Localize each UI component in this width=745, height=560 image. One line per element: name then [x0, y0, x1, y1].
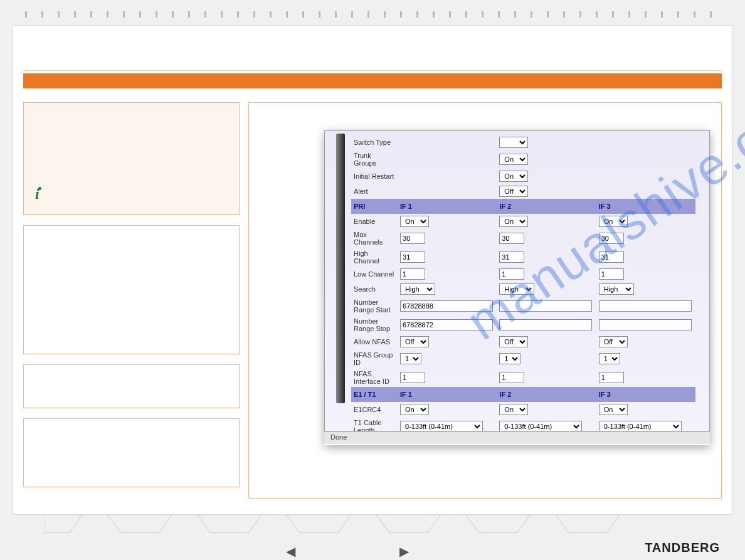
row-number-range-start: Number Range Start	[351, 297, 695, 315]
label-trunk-groups: Trunk Groups	[351, 150, 398, 169]
select-initial-restart[interactable]: On	[499, 171, 528, 182]
e1t1-label: E1 / T1	[351, 387, 398, 402]
main-panel: manualshive.com Switch Type	[248, 102, 722, 499]
note-card-4	[23, 418, 240, 487]
num-range-start-if3[interactable]	[599, 300, 692, 312]
allow-nfas-if1[interactable]: Off	[400, 336, 429, 347]
low-channel-if3[interactable]	[599, 268, 624, 280]
embedded-screenshot: manualshive.com Switch Type	[324, 130, 710, 445]
row-allow-nfas: Allow NFAS Off Off Off	[351, 334, 695, 349]
brand-logo: TANDBERG	[645, 541, 720, 555]
low-channel-if2[interactable]	[499, 268, 524, 280]
row-trunk-groups: Trunk Groups On	[351, 150, 695, 169]
page-frame: i manualshive.com	[13, 25, 732, 515]
e1t1-if3: IF 3	[596, 387, 695, 402]
row-nfas-interface-id: NFAS Interface ID	[351, 368, 695, 387]
label-alert: Alert	[351, 184, 398, 199]
num-range-stop-if2[interactable]	[499, 319, 592, 330]
pri-label: PRI	[351, 199, 398, 214]
high-channel-if3[interactable]	[599, 251, 624, 263]
section-header-e1t1: E1 / T1 IF 1 IF 2 IF 3	[351, 387, 695, 402]
note-card-2	[23, 225, 240, 354]
note-card-3	[23, 364, 240, 408]
info-icon: i	[35, 189, 45, 203]
t1-cable-if2[interactable]: 0-133ft (0-41m)	[499, 421, 582, 431]
section-header-bar	[23, 73, 722, 88]
select-alert[interactable]: Off	[499, 186, 528, 197]
note-card-1: i	[23, 102, 240, 215]
enable-if1[interactable]: On	[400, 216, 429, 227]
pri-if2: IF 2	[497, 199, 596, 214]
nfas-group-if1[interactable]: 1	[400, 353, 421, 364]
high-channel-if2[interactable]	[499, 251, 524, 263]
search-if2[interactable]: High	[499, 283, 534, 295]
row-t1-cable-length: T1 Cable Length 0-133ft (0-41m) 0-133ft …	[351, 417, 695, 431]
nfas-group-if2[interactable]: 1	[499, 353, 520, 364]
select-switch-type[interactable]	[499, 137, 528, 148]
row-search: Search High High High	[351, 282, 695, 297]
screenshot-scrollbar	[336, 134, 345, 403]
num-range-stop-if3[interactable]	[599, 319, 692, 330]
max-channels-if1[interactable]	[400, 233, 425, 244]
search-if3[interactable]: High	[599, 283, 634, 295]
search-if1[interactable]: High	[400, 283, 435, 295]
nfas-group-if3[interactable]: 1	[599, 353, 620, 364]
pri-if3: IF 3	[596, 199, 695, 214]
row-alert: Alert Off	[351, 184, 695, 199]
t1-cable-if1[interactable]: 0-133ft (0-41m)	[400, 421, 483, 431]
left-sidebar: i	[23, 102, 240, 499]
low-channel-if1[interactable]	[400, 268, 425, 280]
row-max-channels: Max Channels	[351, 229, 695, 248]
label-switch-type: Switch Type	[351, 135, 398, 150]
e1t1-if2: IF 2	[497, 387, 596, 402]
row-nfas-group-id: NFAS Group ID 1 1 1	[351, 349, 695, 368]
num-range-start-if1[interactable]	[400, 300, 493, 312]
row-number-range-stop: Number Range Stop	[351, 315, 695, 334]
section-header-pri: PRI IF 1 IF 2 IF 3	[351, 199, 695, 214]
nfas-iface-if1[interactable]	[400, 372, 425, 383]
config-table: Switch Type Trunk Groups	[351, 135, 695, 431]
t1-cable-if3[interactable]: 0-133ft (0-41m)	[599, 421, 682, 431]
enable-if2[interactable]: On	[499, 216, 528, 227]
nfas-iface-if2[interactable]	[499, 372, 524, 383]
allow-nfas-if3[interactable]: Off	[599, 336, 628, 347]
pri-if1: IF 1	[398, 199, 497, 214]
select-trunk-groups[interactable]: On	[499, 154, 528, 165]
row-initial-restart: Initial Restart On	[351, 169, 695, 184]
e1crc4-if2[interactable]: On	[499, 404, 528, 415]
num-range-stop-if1[interactable]	[400, 319, 493, 330]
browser-status-bar: Done	[324, 431, 710, 444]
e1t1-if1: IF 1	[398, 387, 497, 402]
e1crc4-if1[interactable]: On	[400, 404, 429, 415]
e1crc4-if3[interactable]: On	[599, 404, 628, 415]
max-channels-if2[interactable]	[499, 233, 524, 244]
row-low-channel: Low Channel	[351, 267, 695, 282]
page-nav-arrows[interactable]: ◀ ▶	[0, 544, 745, 559]
row-high-channel: High Channel	[351, 248, 695, 267]
high-channel-if1[interactable]	[400, 251, 425, 263]
nfas-iface-if3[interactable]	[599, 372, 624, 383]
num-range-start-if2[interactable]	[499, 300, 592, 312]
max-channels-if3[interactable]	[599, 233, 624, 244]
page-footer-tabs	[44, 515, 620, 539]
enable-if3[interactable]: On	[599, 216, 628, 227]
row-e1crc4: E1CRC4 On On On	[351, 402, 695, 417]
label-initial-restart: Initial Restart	[351, 169, 398, 184]
page-header-area	[23, 36, 722, 71]
allow-nfas-if2[interactable]: Off	[499, 336, 528, 347]
spiral-binding	[0, 11, 745, 20]
row-switch-type: Switch Type	[351, 135, 695, 150]
row-enable: Enable On On On	[351, 214, 695, 229]
